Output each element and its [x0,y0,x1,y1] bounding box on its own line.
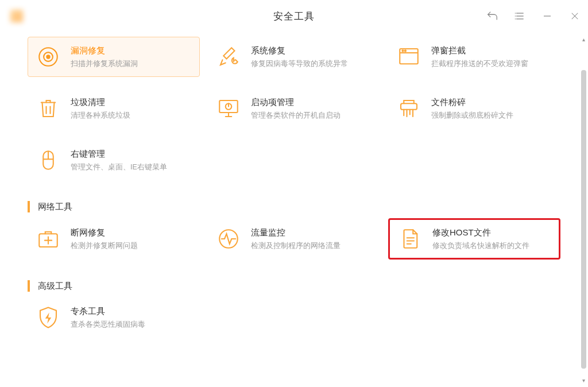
tile-desc: 修复因病毒等导致的系统异常 [251,59,348,68]
section-network: 网络工具 [28,201,567,212]
svg-rect-23 [401,103,417,110]
tools-grid-1: 漏洞修复 扫描并修复系统漏洞 系统修复 修复因病毒等导致的系统异常 [28,37,567,180]
tile-title: 文件粉碎 [431,97,513,108]
activity-icon [216,227,241,251]
tile-desc: 修改负责域名快速解析的文件 [432,241,529,250]
svg-point-5 [515,18,516,20]
titlebar-actions [485,0,582,32]
monitor-power-icon [216,96,241,121]
target-icon [36,45,60,69]
tile-desc: 拦截程序推送的不受欢迎弹窗 [431,59,528,68]
tile-desc: 管理各类软件的开机自启动 [251,111,341,120]
tile-title: 启动项管理 [251,97,341,108]
mouse-icon [36,148,60,172]
content: 漏洞修复 扫描并修复系统漏洞 系统修复 修复因病毒等导致的系统异常 [0,32,579,387]
firstaid-icon [36,227,60,251]
svg-point-4 [515,16,516,17]
app-logo [10,10,36,22]
tile-title: 系统修复 [251,45,348,56]
shredder-icon [397,96,421,121]
scrollbar-thumb[interactable] [581,70,586,369]
tools-grid-network: 断网修复 检测并修复断网问题 流量监控 检测及控制程序的网络流量 [28,218,567,260]
window-icon [397,45,421,69]
section-bar-icon [28,201,30,212]
scroll-up-button[interactable]: ▴ [580,36,587,42]
tile-vulnerability-repair[interactable]: 漏洞修复 扫描并修复系统漏洞 [28,37,200,77]
logo-icon [10,10,23,22]
tile-popup-block[interactable]: 弹窗拦截 拦截程序推送的不受欢迎弹窗 [388,37,560,77]
tile-desc: 扫描并修复系统漏洞 [71,59,138,68]
tile-edit-host[interactable]: 修改HOST文件 修改负责域名快速解析的文件 [388,218,560,260]
tile-title: 垃圾清理 [71,97,130,108]
section-title: 网络工具 [38,202,72,212]
tile-desc: 清理各种系统垃圾 [71,111,130,120]
tile-desc: 查杀各类恶性顽固病毒 [71,320,145,329]
svg-point-11 [47,55,49,58]
tile-title: 修改HOST文件 [432,227,529,238]
tile-system-repair[interactable]: 系统修复 修复因病毒等导致的系统异常 [208,37,380,77]
tile-title: 断网修复 [71,227,138,238]
tile-desc: 检测并修复断网问题 [71,241,138,250]
tile-desc: 强制删除或彻底粉碎文件 [431,111,513,120]
tile-title: 漏洞修复 [71,45,138,56]
svg-point-15 [405,50,406,51]
tile-traffic-monitor[interactable]: 流量监控 检测及控制程序的网络流量 [208,218,380,260]
tile-context-menu[interactable]: 右键管理 管理文件、桌面、IE右键菜单 [28,140,200,180]
tools-icon [216,45,241,69]
back-button[interactable] [485,9,500,24]
section-bar-icon [28,280,30,292]
shield-bolt-icon [36,305,60,330]
window-title: 安全工具 [273,10,315,23]
close-button[interactable] [567,9,582,24]
logo-text [26,11,36,21]
tile-desc: 管理文件、桌面、IE右键菜单 [71,162,167,172]
tile-desc: 检测及控制程序的网络流量 [251,241,341,250]
section-title: 高级工具 [38,281,72,292]
tools-grid-advanced: 专杀工具 查杀各类恶性顽固病毒 [28,297,567,338]
tile-title: 流量监控 [251,227,341,238]
tile-startup-manage[interactable]: 启动项管理 管理各类软件的开机自启动 [208,88,380,129]
svg-point-14 [402,50,403,51]
tile-file-shred[interactable]: 文件粉碎 强制删除或彻底粉碎文件 [388,88,560,129]
tile-network-repair[interactable]: 断网修复 检测并修复断网问题 [28,218,200,260]
menu-button[interactable] [512,9,527,24]
svg-point-3 [515,13,516,14]
scroll-down-button[interactable]: ▾ [580,377,587,384]
section-advanced: 高级工具 [28,280,567,292]
file-text-icon [398,227,422,251]
minimize-button[interactable] [540,9,555,24]
tile-title: 右键管理 [71,149,167,160]
tile-title: 专杀工具 [71,306,145,317]
tile-special-kill[interactable]: 专杀工具 查杀各类恶性顽固病毒 [28,297,200,338]
titlebar: 安全工具 [0,0,588,32]
tile-title: 弹窗拦截 [431,45,528,56]
tile-trash-clean[interactable]: 垃圾清理 清理各种系统垃圾 [28,88,200,129]
trash-icon [36,96,60,121]
